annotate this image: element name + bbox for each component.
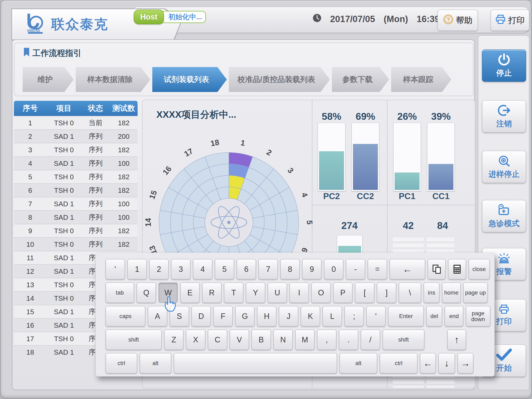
key-L[interactable]: L — [323, 306, 342, 327]
key-3[interactable]: 3 — [171, 259, 190, 279]
key-X[interactable]: X — [186, 329, 205, 350]
key-O[interactable]: O — [311, 282, 331, 303]
key-K[interactable]: K — [301, 306, 320, 327]
table-cell: 182 — [110, 186, 138, 194]
key-2[interactable]: 2 — [149, 259, 169, 279]
key-tab[interactable]: tab — [106, 282, 134, 303]
key-ctrl[interactable]: ctrl — [106, 353, 137, 373]
key-Enter[interactable]: Enter — [388, 306, 424, 327]
key-M[interactable]: M — [295, 329, 315, 350]
key-Z[interactable]: Z — [164, 329, 184, 350]
arrow-down-key[interactable]: ↓ — [438, 353, 455, 373]
key-Y[interactable]: Y — [246, 282, 265, 303]
table-row[interactable]: 4SAD 1序列100 — [14, 156, 138, 170]
key-Q[interactable]: Q — [137, 282, 156, 303]
table-row[interactable]: 2SAD 1序列200 — [14, 129, 138, 143]
print-button[interactable]: 打印 — [491, 10, 529, 31]
key-,[interactable]: , — [317, 329, 336, 350]
table-cell: 5 — [14, 173, 47, 181]
workflow-title: 工作流程指引 — [24, 47, 82, 59]
key-U[interactable]: U — [268, 282, 287, 303]
key-alt[interactable]: alt — [340, 353, 377, 373]
key-][interactable]: ] — [377, 282, 396, 303]
workflow-step-5[interactable]: 参数下载 — [332, 67, 389, 92]
key-.[interactable]: . — [339, 329, 358, 350]
table-row[interactable]: 3TSH 0序列182 — [14, 143, 138, 156]
key-=[interactable]: = — [368, 259, 387, 279]
key-9[interactable]: 9 — [302, 259, 322, 279]
table-row[interactable]: 5TSH 0序列182 — [14, 170, 138, 183]
key-page down[interactable]: page down — [466, 306, 490, 327]
key-7[interactable]: 7 — [259, 259, 278, 279]
sidebar-button-emergency-mode[interactable]: 急诊模式 — [482, 200, 526, 232]
key-/[interactable]: / — [361, 329, 380, 350]
arrow-right-key[interactable]: → — [457, 353, 473, 373]
close-key[interactable]: close — [469, 259, 490, 279]
key-ctrl[interactable]: ctrl — [380, 353, 418, 373]
key-G[interactable]: G — [235, 306, 254, 327]
workflow-step-6[interactable]: 样本跟踪 — [391, 67, 451, 92]
key-del[interactable]: del — [426, 306, 442, 327]
table-cell: 18 — [14, 348, 47, 356]
key-J[interactable]: J — [279, 306, 298, 327]
key-8[interactable]: 8 — [280, 259, 300, 279]
key-shift[interactable]: shift — [383, 329, 424, 350]
key-'[interactable]: ' — [366, 306, 386, 327]
key-N[interactable]: N — [273, 329, 293, 350]
key-C[interactable]: C — [208, 329, 227, 350]
table-row[interactable]: 8SAD 1序列100 — [14, 210, 138, 224]
workflow-step-1[interactable]: 维护 — [23, 67, 74, 92]
switch-window-key[interactable] — [428, 259, 446, 279]
workflow-step-4[interactable]: 校准品/质控品装载列表 — [229, 67, 330, 92]
table-row[interactable]: 7SAD 1序列100 — [14, 197, 138, 210]
key-T[interactable]: T — [224, 282, 243, 303]
key-I[interactable]: I — [290, 282, 309, 303]
key-E[interactable]: E — [180, 282, 200, 303]
key-alt[interactable]: alt — [140, 353, 171, 373]
arrow-up-key[interactable]: ↑ — [447, 329, 466, 350]
key-6[interactable]: 6 — [237, 259, 256, 279]
key-B[interactable]: B — [252, 329, 271, 350]
space-key[interactable] — [174, 353, 337, 373]
table-row[interactable]: 9TSH 0序列182 — [14, 224, 138, 237]
key-H[interactable]: H — [257, 306, 276, 327]
gauge-CC2 — [352, 123, 379, 191]
key-ins[interactable]: ins — [424, 282, 439, 303]
key-home[interactable]: home — [442, 282, 461, 303]
key-1[interactable]: 1 — [127, 259, 147, 279]
table-cell: 6 — [14, 186, 47, 194]
key-page up[interactable]: page up — [463, 282, 488, 303]
sidebar-button-sample-stop[interactable]: 进样停止 — [482, 151, 526, 183]
sidebar-button-logout[interactable]: 注销 — [482, 100, 526, 132]
help-button[interactable]: ? 帮助 — [437, 10, 478, 31]
sidebar-button-power[interactable]: 停止 — [482, 49, 526, 82]
key-end[interactable]: end — [445, 306, 463, 327]
key-4[interactable]: 4 — [193, 259, 212, 279]
key-shift[interactable]: shift — [106, 329, 162, 350]
key-0[interactable]: 0 — [324, 259, 343, 279]
key-F[interactable]: F — [213, 306, 233, 327]
key-5[interactable]: 5 — [215, 259, 234, 279]
workflow-step-2[interactable]: 样本数据清除 — [76, 67, 150, 92]
key-R[interactable]: R — [202, 282, 222, 303]
calculator-key[interactable] — [448, 259, 466, 279]
arrow-left-key[interactable]: ← — [420, 353, 436, 373]
virtual-keyboard[interactable]: '1234567890-=←closetabQWERTYUIOP[]\insho… — [95, 253, 495, 377]
table-cell: 12 — [14, 267, 47, 275]
workflow-step-3[interactable]: 试剂装载列表 — [152, 67, 227, 92]
key-[[interactable]: [ — [355, 282, 374, 303]
backspace-key[interactable]: ← — [390, 259, 425, 279]
table-row[interactable]: 1TSH 0当前182 — [14, 116, 138, 129]
key-'[interactable]: ' — [106, 259, 125, 279]
table-row[interactable]: 10TSH 0序列182 — [14, 237, 138, 251]
key--[interactable]: - — [346, 259, 365, 279]
key-\[interactable]: \ — [399, 282, 421, 303]
table-row[interactable]: 6TSH 0序列182 — [14, 183, 138, 197]
key-label: Y — [253, 288, 258, 297]
key-;[interactable]: ; — [344, 306, 364, 327]
key-caps[interactable]: caps — [106, 306, 145, 327]
key-V[interactable]: V — [230, 329, 249, 350]
key-D[interactable]: D — [191, 306, 211, 327]
gauge-percent-label: 39% — [425, 111, 457, 122]
key-P[interactable]: P — [333, 282, 353, 303]
